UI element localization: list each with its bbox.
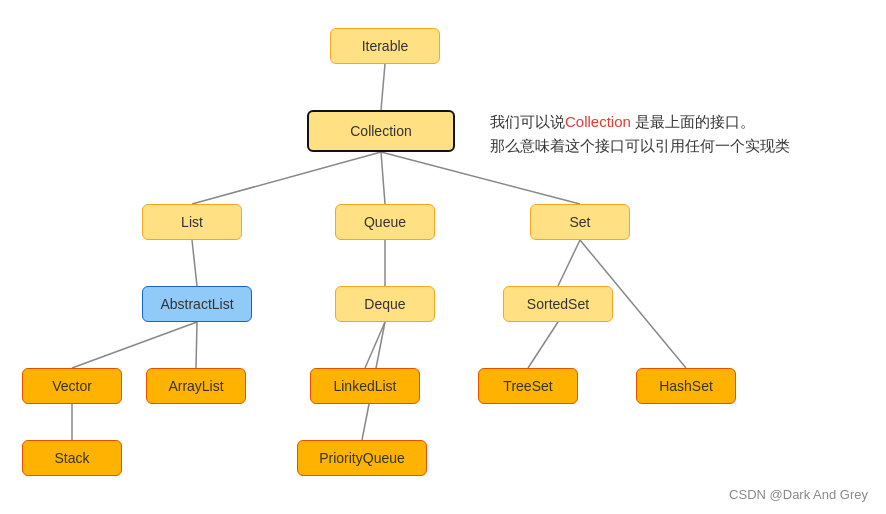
svg-line-10 [528,322,558,368]
diagram-area: Iterable Collection List Queue Set Abstr… [0,0,886,514]
svg-line-6 [558,240,580,286]
node-sortedset: SortedSet [503,286,613,322]
svg-line-3 [381,152,580,204]
node-treeset: TreeSet [478,368,578,404]
node-stack: Stack [22,440,122,476]
svg-line-8 [196,322,197,368]
connections-svg [0,0,886,514]
svg-line-0 [381,64,385,110]
node-priorityqueue: PriorityQueue [297,440,427,476]
svg-line-7 [72,322,197,368]
node-arraylist: ArrayList [146,368,246,404]
annotation-line2: 那么意味着这个接口可以引用任何一个实现类 [490,134,790,158]
node-set: Set [530,204,630,240]
svg-line-9 [365,322,385,368]
node-vector: Vector [22,368,122,404]
svg-line-1 [192,152,381,204]
node-abstractlist: AbstractList [142,286,252,322]
node-iterable: Iterable [330,28,440,64]
node-list: List [142,204,242,240]
annotation-line1: 我们可以说Collection 是最上面的接口。 [490,110,790,134]
node-collection: Collection [307,110,455,152]
svg-line-2 [381,152,385,204]
annotation: 我们可以说Collection 是最上面的接口。 那么意味着这个接口可以引用任何… [490,110,790,158]
node-deque: Deque [335,286,435,322]
watermark: CSDN @Dark And Grey [729,487,868,502]
svg-line-4 [192,240,197,286]
node-linkedlist: LinkedList [310,368,420,404]
node-queue: Queue [335,204,435,240]
node-hashset: HashSet [636,368,736,404]
